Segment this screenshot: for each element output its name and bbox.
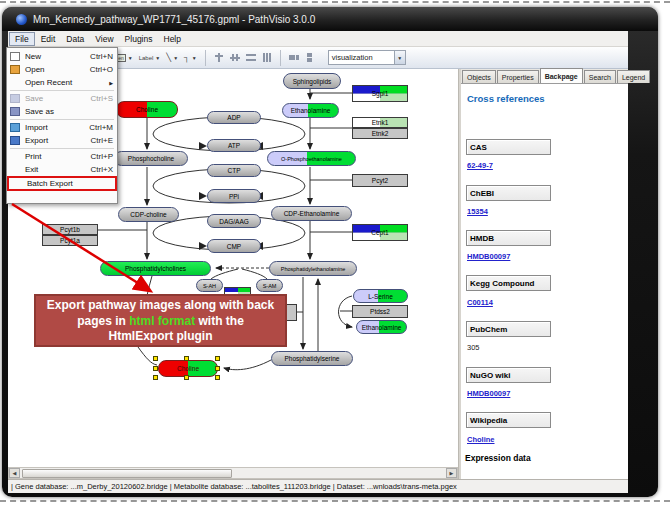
line-icon: ╲ [166, 53, 171, 62]
node-ethanolamine-bottom[interactable]: Ethanolamine [356, 320, 407, 334]
node-pcyt1a[interactable]: Pcyt1a [42, 235, 98, 246]
file-menu-open[interactable]: OpenCtrl+O [7, 63, 117, 76]
file-menu-open-recent[interactable]: Open Recent▶ [7, 76, 117, 89]
node-pcyt1b[interactable]: Pcyt1b [42, 224, 98, 235]
node-cdp-ethanolamine[interactable]: CDP-Ethanolamine [271, 206, 352, 221]
stack-horizontal-icon [289, 53, 299, 62]
scroll-left-icon[interactable]: ◀ [9, 468, 20, 478]
selection-handle[interactable] [153, 356, 158, 361]
chevron-down-icon[interactable]: ▼ [192, 55, 197, 61]
menu-edit[interactable]: Edit [36, 33, 61, 45]
menu-separator [10, 148, 114, 149]
selection-handle[interactable] [184, 356, 189, 361]
node-etnk2[interactable]: Etnk2 [352, 128, 408, 139]
align-center-x-button[interactable] [211, 49, 227, 66]
node-sphingolipids[interactable]: Sphingolipids [283, 73, 341, 89]
status-bar: | Gene database: ...m_Derby_20120602.bri… [8, 479, 628, 493]
side-panel: Objects Properties Backpage Search Legen… [461, 69, 628, 479]
file-menu-save[interactable]: SaveCtrl+S [7, 92, 117, 105]
label-tool-button[interactable]: Label ▼ [136, 49, 164, 66]
menu-file[interactable]: File [9, 32, 35, 46]
scrollbar-thumb[interactable] [22, 469, 232, 478]
node-phosphatidylserine[interactable]: Phosphatidylserine [271, 351, 353, 366]
xref-link-kegg[interactable]: C00114 [467, 298, 493, 307]
selection-handle[interactable] [215, 356, 220, 361]
chevron-down-icon[interactable]: ▼ [128, 55, 133, 61]
toolbar-separator [280, 50, 281, 66]
node-etnk1[interactable]: Etnk1 [352, 117, 408, 128]
file-menu: NewCtrl+N OpenCtrl+O Open Recent▶ SaveCt… [6, 47, 118, 204]
chevron-down-icon[interactable]: ▼ [155, 55, 160, 61]
node-cmp[interactable]: CMP [207, 239, 261, 253]
file-menu-exit[interactable]: ExitCtrl+X [7, 163, 117, 176]
distribute-horizontal-button[interactable] [243, 49, 259, 66]
annotation-callout: Export pathway images along with back pa… [34, 294, 287, 347]
xref-source-nugo: NuGO wiki [466, 367, 551, 383]
node-ethanolamine-top[interactable]: Ethanolamine [282, 103, 339, 118]
chevron-down-icon[interactable]: ▼ [173, 55, 178, 61]
file-menu-new[interactable]: NewCtrl+N [7, 50, 117, 63]
node-adp[interactable]: ADP [207, 111, 261, 124]
node-ptdss2[interactable]: Ptdss2 [352, 305, 408, 318]
selection-handle[interactable] [184, 375, 189, 380]
xref-source-chebi: ChEBI [466, 185, 551, 201]
tab-search[interactable]: Search [584, 70, 616, 83]
selection-handle[interactable] [153, 375, 158, 380]
scroll-right-icon[interactable]: ▶ [446, 468, 457, 478]
node-atp[interactable]: ATP [207, 139, 261, 152]
import-icon [10, 123, 20, 132]
node-s-am[interactable]: S-AM [256, 279, 283, 292]
selection-handle[interactable] [215, 366, 220, 371]
selection-handle[interactable] [153, 366, 158, 371]
distribute-vertical-icon [262, 53, 272, 62]
xref-source-pubchem: PubChem [466, 321, 551, 337]
xref-link-nugo[interactable]: HMDB00097 [467, 389, 510, 398]
panel-splitter[interactable] [458, 69, 461, 479]
horizontal-scrollbar[interactable]: ◀ ▶ [8, 467, 458, 479]
align-center-y-button[interactable] [227, 49, 243, 66]
node-pcyt2[interactable]: Pcyt2 [352, 174, 408, 187]
tab-objects[interactable]: Objects [462, 70, 496, 83]
node-ppi[interactable]: PPi [207, 189, 261, 203]
xref-link-hmdb[interactable]: HMDB00097 [467, 252, 510, 261]
node-phosphatidylethanolamine[interactable]: Phosphatidylethanolamine [269, 261, 357, 276]
stack-vertical-button[interactable] [302, 49, 318, 66]
visualization-combobox[interactable]: visualization ▼ [328, 50, 406, 65]
xref-link-wikipedia[interactable]: Choline [467, 435, 495, 444]
node-sgpl1[interactable]: Sgpl1 [352, 85, 408, 102]
node-cept1[interactable]: Cept1 [352, 224, 408, 241]
menu-view[interactable]: View [90, 33, 118, 45]
file-menu-save-as[interactable]: Save as [7, 105, 117, 118]
menu-help[interactable]: Help [159, 33, 186, 45]
stack-horizontal-button[interactable] [286, 49, 302, 66]
node-cdp-choline[interactable]: CDP-choline [118, 207, 179, 222]
node-ctp[interactable]: CTP [207, 164, 261, 177]
xref-link-cas[interactable]: 62-49-7 [467, 161, 493, 170]
selection-handle[interactable] [215, 375, 220, 380]
node-o-phosphoethanolamine[interactable]: O-Phosphoethanolamine [267, 151, 356, 166]
tab-backpage[interactable]: Backpage [540, 68, 583, 83]
xref-link-chebi[interactable]: 15354 [467, 207, 488, 216]
tab-legend[interactable]: Legend [617, 70, 650, 83]
file-menu-batch-export[interactable]: Batch Export [7, 176, 117, 191]
node-s-ah[interactable]: S-AH [196, 279, 223, 292]
menu-plugins[interactable]: Plugins [120, 33, 158, 45]
file-menu-import[interactable]: ImportCtrl+M [7, 121, 117, 134]
chevron-down-icon[interactable]: ▼ [394, 51, 405, 64]
file-menu-export[interactable]: ExportCtrl+E [7, 134, 117, 147]
node-choline-top[interactable]: Choline [116, 101, 178, 118]
title-bar[interactable]: Mm_Kennedy_pathway_WP1771_45176.gpml - P… [2, 7, 658, 31]
distribute-vertical-button[interactable] [259, 49, 275, 66]
side-panel-tabs: Objects Properties Backpage Search Legen… [461, 69, 628, 84]
file-menu-print[interactable]: PrintCtrl+P [7, 150, 117, 163]
menu-data[interactable]: Data [61, 33, 89, 45]
node-phosphatidylcholines[interactable]: Phosphatidylcholines [100, 261, 211, 276]
slide-crop-line-top [0, 1, 670, 3]
node-l-serine[interactable]: L-Serine [353, 289, 408, 303]
menu-separator [10, 90, 114, 91]
line-tool-button[interactable]: ╲ ▼ [163, 49, 181, 66]
node-phosphocholine[interactable]: Phosphocholine [114, 151, 188, 166]
tab-properties[interactable]: Properties [497, 70, 539, 83]
node-dag-aag[interactable]: DAG/AAG [207, 214, 261, 228]
connector-tool-button[interactable]: ┐ ▼ [181, 49, 200, 66]
